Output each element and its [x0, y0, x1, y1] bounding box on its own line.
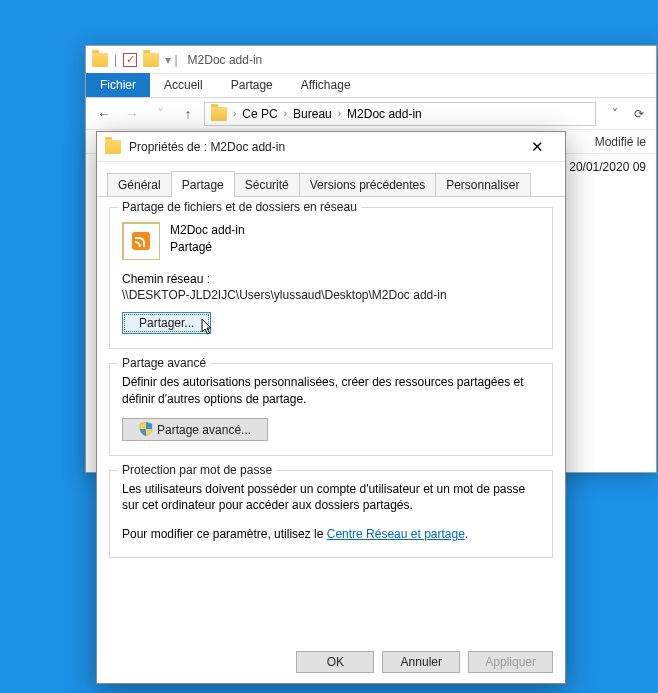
properties-dialog: Propriétés de : M2Doc add-in ✕ Général P…: [96, 131, 566, 684]
shield-icon: [139, 422, 153, 436]
password-hint-suffix: .: [465, 527, 468, 541]
close-icon[interactable]: ✕: [517, 133, 557, 161]
crumb-pc[interactable]: Ce PC: [242, 107, 277, 121]
chevron-right-icon: ›: [338, 108, 341, 119]
ribbon-tab-home[interactable]: Accueil: [150, 73, 217, 97]
tab-personnaliser[interactable]: Personnaliser: [435, 173, 530, 196]
explorer-title-text: M2Doc add-in: [188, 53, 263, 67]
tab-versions[interactable]: Versions précédentes: [299, 173, 436, 196]
ribbon-tab-share[interactable]: Partage: [217, 73, 287, 97]
folder-icon: [92, 53, 108, 67]
folder-icon: [211, 107, 227, 121]
tab-partage[interactable]: Partage: [171, 171, 235, 197]
ribbon-tab-view[interactable]: Affichage: [287, 73, 365, 97]
cancel-button[interactable]: Annuler: [382, 651, 460, 673]
folder-icon: [143, 53, 159, 67]
tab-securite[interactable]: Sécurité: [234, 173, 300, 196]
explorer-titlebar: | ✓ ▾ | M2Doc add-in: [86, 46, 656, 74]
share-status: Partagé: [170, 239, 245, 256]
chevron-right-icon: ›: [284, 108, 287, 119]
network-path-value: \\DESKTOP-JLD2IJC\Users\ylussaud\Desktop…: [122, 288, 540, 302]
nav-up-icon[interactable]: ↑: [176, 102, 200, 126]
share-name: M2Doc add-in: [170, 222, 245, 239]
title-separator: |: [114, 53, 117, 67]
rss-icon: [132, 232, 150, 250]
addr-dropdown-icon[interactable]: ˅: [604, 103, 626, 125]
title-separator: ▾ |: [165, 53, 177, 67]
nav-back-icon[interactable]: ←: [92, 102, 116, 126]
advanced-desc: Définir des autorisations personnalisées…: [122, 374, 540, 408]
dialog-title: Propriétés de : M2Doc add-in: [129, 140, 509, 154]
nav-row: ← → ˅ ↑ › Ce PC › Bureau › M2Doc add-in …: [86, 98, 656, 130]
nav-forward-icon[interactable]: →: [120, 102, 144, 126]
address-bar[interactable]: › Ce PC › Bureau › M2Doc add-in: [204, 102, 596, 126]
nav-recent-icon[interactable]: ˅: [148, 102, 172, 126]
dialog-buttons: OK Annuler Appliquer: [296, 651, 553, 673]
password-hint-prefix: Pour modifier ce paramètre, utilisez le: [122, 527, 327, 541]
tab-body: Partage de fichiers et de dossiers en ré…: [97, 197, 565, 584]
cursor-icon: [201, 318, 215, 336]
advanced-share-button[interactable]: Partage avancé...: [122, 418, 268, 441]
group-network-sharing: Partage de fichiers et de dossiers en ré…: [109, 207, 553, 349]
checkbox-icon: ✓: [123, 53, 137, 67]
refresh-icon[interactable]: ⟳: [628, 103, 650, 125]
advanced-share-label: Partage avancé...: [157, 423, 251, 437]
share-thumbnail: [122, 222, 160, 260]
ribbon-tabs: Fichier Accueil Partage Affichage: [86, 74, 656, 98]
crumb-desktop[interactable]: Bureau: [293, 107, 332, 121]
group-legend: Protection par mot de passe: [118, 463, 276, 477]
group-password-protection: Protection par mot de passe Les utilisat…: [109, 470, 553, 558]
group-legend: Partage avancé: [118, 356, 210, 370]
dialog-titlebar: Propriétés de : M2Doc add-in ✕: [97, 132, 565, 162]
ok-button[interactable]: OK: [296, 651, 374, 673]
chevron-right-icon: ›: [233, 108, 236, 119]
network-center-link[interactable]: Centre Réseau et partage: [327, 527, 465, 541]
network-path-label: Chemin réseau :: [122, 272, 540, 286]
apply-button[interactable]: Appliquer: [468, 651, 553, 673]
tabstrip: Général Partage Sécurité Versions précéd…: [97, 162, 565, 197]
group-advanced-sharing: Partage avancé Définir des autorisations…: [109, 363, 553, 456]
folder-icon: [105, 140, 121, 154]
ribbon-tab-file[interactable]: Fichier: [86, 73, 150, 97]
password-desc: Les utilisateurs doivent posséder un com…: [122, 481, 540, 515]
share-button[interactable]: Partager...: [122, 312, 211, 334]
group-legend: Partage de fichiers et de dossiers en ré…: [118, 200, 361, 214]
crumb-folder[interactable]: M2Doc add-in: [347, 107, 422, 121]
tab-general[interactable]: Général: [107, 173, 172, 196]
